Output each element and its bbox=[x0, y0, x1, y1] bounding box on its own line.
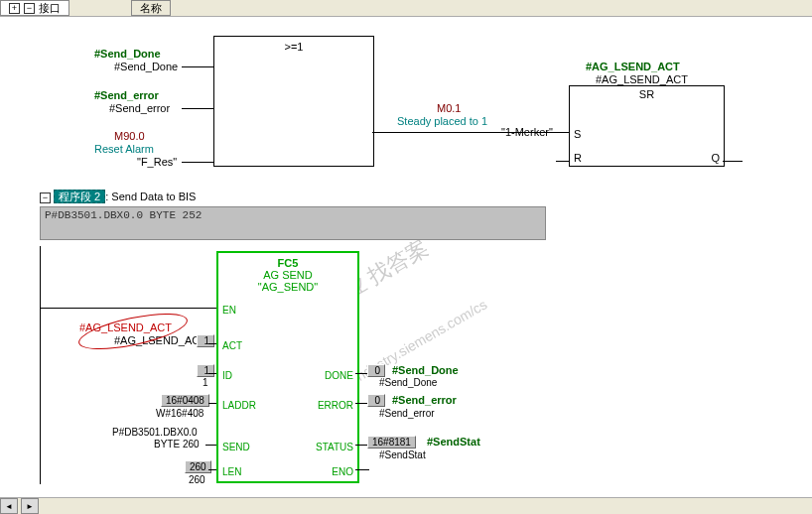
act-status-val: 1 bbox=[197, 334, 214, 347]
fc5-name: FC5 bbox=[218, 257, 357, 269]
send-error-symbol: #Send_error bbox=[94, 89, 159, 101]
port-STATUS: STATUS bbox=[316, 442, 353, 452]
error-symbol: #Send_error bbox=[392, 394, 457, 406]
network2-comment-block: P#DB3501.DBX0.0 BYTE 252 bbox=[40, 206, 546, 240]
port-EN: EN bbox=[222, 305, 236, 316]
id-status-val: 1 bbox=[197, 364, 214, 377]
len-status-val: 260 bbox=[185, 460, 211, 473]
horizontal-scrollbar[interactable]: ◄ ► bbox=[0, 497, 812, 514]
tab-name-label: 名称 bbox=[140, 1, 162, 16]
sr-block: SR S R Q bbox=[569, 85, 725, 167]
reset-desc: Reset Alarm bbox=[94, 143, 154, 155]
tree-plus-icon[interactable]: + bbox=[9, 3, 20, 14]
wire bbox=[355, 469, 369, 470]
wire bbox=[182, 66, 213, 67]
fc5-type: AG SEND bbox=[218, 269, 357, 281]
len-raw: 260 bbox=[189, 474, 205, 485]
wire bbox=[355, 373, 367, 374]
send-p2: BYTE 260 bbox=[154, 439, 200, 450]
m01-desc: Steady placed to 1 bbox=[397, 115, 487, 127]
laddr-raw: W#16#408 bbox=[156, 408, 203, 419]
m01-addr: M0.1 bbox=[437, 102, 461, 114]
ge1-label: >=1 bbox=[214, 41, 373, 53]
port-LEN: LEN bbox=[222, 466, 241, 477]
wire bbox=[182, 162, 213, 163]
ge1-block: >=1 bbox=[213, 36, 374, 167]
wire bbox=[208, 469, 216, 470]
wire bbox=[40, 308, 216, 309]
send-done-raw: #Send_Done bbox=[114, 61, 178, 72]
network2-header[interactable]: − 程序段 2: Send Data to BIS bbox=[40, 190, 196, 204]
sr-type-label: SR bbox=[570, 88, 724, 100]
laddr-status-val: 16#0408 bbox=[161, 394, 209, 407]
scroll-right-icon[interactable]: ► bbox=[21, 498, 39, 514]
sr-r-port: R bbox=[574, 152, 582, 164]
wire bbox=[205, 445, 216, 446]
reset-raw: "F_Res" bbox=[137, 156, 177, 168]
wire bbox=[208, 343, 216, 344]
wire bbox=[208, 403, 216, 404]
send-done-symbol: #Send_Done bbox=[94, 48, 161, 60]
fc5-quoted: "AG_SEND" bbox=[218, 281, 357, 293]
port-ERROR: ERROR bbox=[318, 400, 353, 411]
network2-title: : Send Data to BIS bbox=[105, 191, 196, 202]
error-raw: #Send_error bbox=[379, 408, 435, 419]
m01-raw: "1-Merker" bbox=[501, 126, 553, 138]
wire bbox=[556, 161, 569, 162]
wire bbox=[723, 161, 743, 162]
fc5-block: FC5 AG SEND "AG_SEND" EN ACT ID LADDR SE… bbox=[216, 251, 359, 483]
wire bbox=[208, 373, 216, 374]
wire bbox=[182, 108, 213, 109]
error-status-val: 0 bbox=[367, 394, 385, 407]
tree-minus-icon[interactable]: − bbox=[24, 3, 35, 14]
status-raw: #SendStat bbox=[379, 450, 426, 460]
send-error-raw: #Send_error bbox=[109, 102, 170, 114]
port-DONE: DONE bbox=[325, 370, 353, 381]
scroll-left-icon[interactable]: ◄ bbox=[0, 498, 18, 514]
sr-s-port: S bbox=[574, 128, 581, 140]
sr-q-port: Q bbox=[711, 152, 720, 164]
port-ACT: ACT bbox=[222, 340, 242, 351]
done-raw: #Send_Done bbox=[379, 377, 437, 388]
ladder-canvas: 西门子工业 找答案 support.industry.siemens.com/c… bbox=[0, 18, 812, 494]
wire bbox=[355, 403, 367, 404]
reset-addr: M90.0 bbox=[114, 130, 145, 142]
status-symbol: #SendStat bbox=[427, 436, 480, 448]
done-status-val: 0 bbox=[367, 364, 385, 377]
sr-title-symbol: #AG_LSEND_ACT bbox=[586, 61, 680, 72]
port-LADDR: LADDR bbox=[222, 400, 256, 411]
power-rail bbox=[40, 246, 41, 484]
status-status-val: 16#8181 bbox=[367, 436, 416, 449]
sr-title-raw: #AG_LSEND_ACT bbox=[596, 73, 688, 85]
tab-name[interactable]: 名称 bbox=[131, 0, 171, 16]
send-p1: P#DB3501.DBX0.0 bbox=[112, 427, 198, 438]
done-symbol: #Send_Done bbox=[392, 364, 459, 376]
port-SEND: SEND bbox=[222, 442, 250, 452]
network2-tag: 程序段 2 bbox=[54, 190, 105, 203]
port-ENO: ENO bbox=[332, 466, 353, 477]
wire bbox=[355, 445, 367, 446]
red-circle-annotation bbox=[75, 307, 190, 357]
collapse-icon[interactable]: − bbox=[40, 193, 51, 203]
network2-comment: P#DB3501.DBX0.0 BYTE 252 bbox=[45, 209, 202, 221]
tab-interface[interactable]: + − 接口 bbox=[0, 0, 69, 16]
tab-interface-label: 接口 bbox=[39, 1, 61, 16]
port-ID: ID bbox=[222, 370, 232, 381]
